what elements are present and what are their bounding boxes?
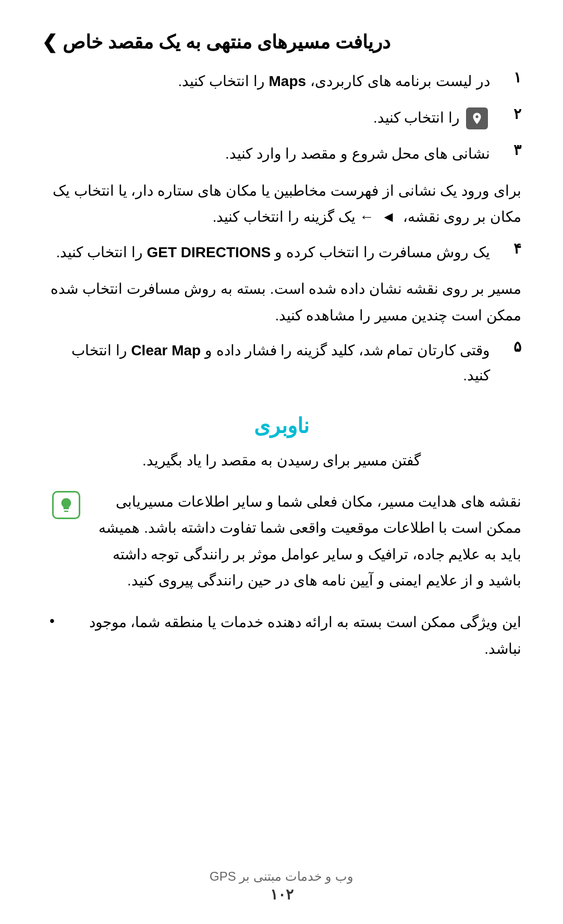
section-title-text: دریافت مسیرهای منتهی به یک مقصد خاص: [63, 31, 390, 53]
bullet-2-text: این ویژگی ممکن است بسته به ارائه دهنده خ…: [55, 609, 521, 662]
step-4-bold: GET DIRECTIONS: [147, 244, 271, 260]
step-1-number: ۱: [495, 69, 521, 86]
section-title-chevron: ❯: [42, 31, 57, 53]
footer-text: وب و خدمات مبتنی بر GPS: [0, 869, 563, 884]
step-5: ۵ وقتی کارتان تمام شد، کلید گزینه را فشا…: [42, 338, 521, 388]
step-3-content: نشانی های محل شروع و مقصد را وارد کنید.: [42, 141, 490, 166]
step-2: ۲ را انتخاب کنید.: [42, 105, 521, 130]
section1: دریافت مسیرهای منتهی به یک مقصد خاص ❯ ۱ …: [42, 31, 521, 388]
step-1: ۱ در لیست برنامه های کاربردی، Maps را ان…: [42, 69, 521, 94]
step-1-text-before: در لیست برنامه های کاربردی،: [310, 73, 490, 89]
extra-arrow-symbol: ◄: [381, 209, 396, 225]
bullet-list: نقشه های هدایت مسیر، مکان فعلی شما و سای…: [42, 489, 521, 662]
bullet-item-2: این ویژگی ممکن است بسته به ارائه دهنده خ…: [42, 609, 521, 662]
nav-intro: گفتن مسیر برای رسیدن به مقصد را یاد بگیر…: [42, 448, 521, 473]
step-1-bold: Maps: [269, 73, 307, 89]
extra-text-2: مسیر بر روی نقشه نشان داده شده است. بسته…: [42, 276, 521, 329]
step-3-text: نشانی های محل شروع و مقصد را وارد کنید.: [225, 146, 490, 162]
step-4-number: ۴: [495, 240, 521, 257]
nav-title: ناوبری: [42, 414, 521, 438]
step-5-content: وقتی کارتان تمام شد، کلید گزینه را فشار …: [42, 338, 490, 388]
step-5-number: ۵: [495, 338, 521, 355]
bullet-dot: •: [50, 613, 55, 629]
step-3: ۳ نشانی های محل شروع و مقصد را وارد کنید…: [42, 141, 521, 166]
step-4-text: یک روش مسافرت را انتخاب کرده و: [275, 244, 490, 260]
bullet-item-1: نقشه های هدایت مسیر، مکان فعلی شما و سای…: [42, 489, 521, 594]
step-5-text: وقتی کارتان تمام شد، کلید گزینه را فشار …: [205, 342, 490, 358]
step-2-text-after: را انتخاب کنید.: [373, 110, 460, 126]
extra-text-1-end: ← یک گزینه را انتخاب کنید.: [213, 209, 374, 225]
footer-page-number: ۱۰۲: [0, 886, 563, 903]
page-container: دریافت مسیرهای منتهی به یک مقصد خاص ❯ ۱ …: [0, 0, 563, 924]
page-footer: وب و خدمات مبتنی بر GPS ۱۰۲: [0, 869, 563, 903]
step-3-number: ۳: [495, 141, 521, 159]
section-title: دریافت مسیرهای منتهی به یک مقصد خاص ❯: [42, 31, 521, 53]
nav-section: ناوبری گفتن مسیر برای رسیدن به مقصد را ی…: [42, 414, 521, 662]
step-2-content: را انتخاب کنید.: [42, 105, 490, 130]
step-1-content: در لیست برنامه های کاربردی، Maps را انتخ…: [42, 69, 490, 94]
note-icon: [52, 491, 80, 519]
step-2-number: ۲: [495, 105, 521, 123]
step-4-text2: را انتخاب کنید.: [56, 244, 142, 260]
step-4-content: یک روش مسافرت را انتخاب کرده و GET DIREC…: [42, 240, 490, 265]
extra-text-2-content: مسیر بر روی نقشه نشان داده شده است. بسته…: [51, 281, 521, 323]
bullet-1-text: نقشه های هدایت مسیر، مکان فعلی شما و سای…: [80, 489, 521, 594]
step-5-bold: Clear Map: [131, 342, 201, 358]
maps-icon: [466, 107, 488, 129]
step-1-text-after: را انتخاب کنید.: [178, 73, 264, 89]
extra-text-1: برای ورود یک نشانی از فهرست مخاطبین یا م…: [42, 178, 521, 231]
step-4: ۴ یک روش مسافرت را انتخاب کرده و GET DIR…: [42, 240, 521, 265]
